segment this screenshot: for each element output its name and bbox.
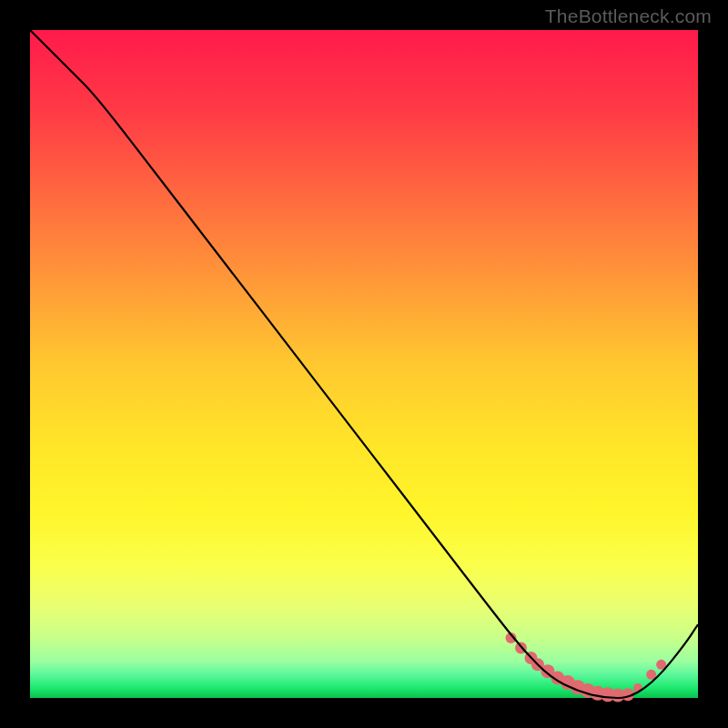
chart-svg [30, 30, 698, 698]
trough-markers [505, 632, 666, 703]
watermark-text: TheBottleneck.com [545, 5, 712, 27]
curve-line [30, 30, 698, 698]
chart-frame: TheBottleneck.com [0, 0, 728, 728]
plot-area [30, 30, 698, 698]
